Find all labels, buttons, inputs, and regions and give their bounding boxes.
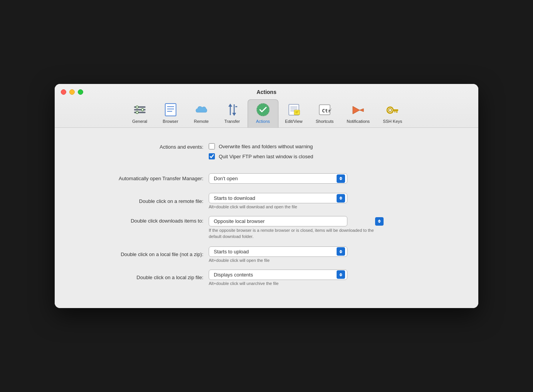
notifications-icon xyxy=(351,103,365,117)
downloads-to-select[interactable]: Opposite local browser Default download … xyxy=(209,216,347,226)
svg-rect-21 xyxy=(294,110,300,115)
transfer-manager-label: Automatically open Transfer Manager: xyxy=(78,176,209,181)
downloads-to-hint: If the opposite browser is a remote brow… xyxy=(209,228,386,240)
local-file-block: Double click on a local file (not a zip)… xyxy=(78,246,455,263)
editview-label: Edit/View xyxy=(285,119,303,124)
zip-file-select[interactable]: Displays contents Starts to upload Opens… xyxy=(209,270,347,280)
downloads-to-select-wrapper: Opposite local browser Default download … xyxy=(209,216,386,226)
checkboxes-group: Overwrite files and folders without warn… xyxy=(209,143,313,159)
toolbar-item-general[interactable]: General xyxy=(124,99,155,127)
quit-checkbox[interactable] xyxy=(209,153,215,159)
toolbar-item-editview[interactable]: Edit/View xyxy=(278,99,309,127)
minimize-button[interactable] xyxy=(69,89,75,95)
close-button[interactable] xyxy=(61,89,66,95)
svg-marker-11 xyxy=(228,104,232,107)
svg-point-3 xyxy=(136,106,138,108)
remote-icon xyxy=(194,103,208,117)
overwrite-checkbox[interactable] xyxy=(209,143,215,149)
editview-icon xyxy=(287,103,301,117)
actions-label: Actions xyxy=(256,119,270,124)
svg-rect-30 xyxy=(394,111,396,112)
zip-file-select-wrapper: Displays contents Starts to upload Opens… xyxy=(209,270,347,280)
svg-text:Ctrl: Ctrl xyxy=(322,108,332,114)
window-controls xyxy=(61,89,83,95)
actions-events-label: Actions and events: xyxy=(78,143,209,150)
shortcuts-icon: Ctrl xyxy=(318,103,332,117)
downloads-to-arrow xyxy=(375,217,384,226)
local-file-hint: Alt+double click will open the file xyxy=(209,258,347,263)
remote-file-block: Double click on a remote file: Starts to… xyxy=(78,193,455,209)
svg-rect-28 xyxy=(393,109,398,111)
toolbar-item-transfer[interactable]: Transfer xyxy=(217,99,248,127)
content-area: Actions and events: Overwrite files and … xyxy=(55,128,478,308)
svg-rect-29 xyxy=(396,111,397,113)
toolbar-item-actions[interactable]: Actions xyxy=(248,99,278,127)
local-file-select-wrapper: Starts to upload Opens the file Does not… xyxy=(209,246,347,257)
toolbar-item-remote[interactable]: Remote xyxy=(186,99,217,127)
transfer-manager-block: Automatically open Transfer Manager: Don… xyxy=(78,173,455,184)
downloads-to-block: Double click downloads items to: Opposit… xyxy=(78,216,455,240)
zip-file-hint: Alt+double click will unarchive the file xyxy=(209,281,347,286)
remote-file-select-wrapper: Starts to download Starts to upload Disp… xyxy=(209,193,347,203)
titlebar: Actions General xyxy=(55,84,478,128)
svg-marker-13 xyxy=(232,113,236,116)
zip-file-block: Double click on a local zip file: Displa… xyxy=(78,270,455,286)
downloads-to-label: Double click downloads items to: xyxy=(78,216,209,224)
sshkeys-icon xyxy=(386,103,399,117)
notifications-label: Notifications xyxy=(347,119,370,124)
sshkeys-label: SSH Keys xyxy=(383,119,402,124)
toolbar: General Browser xyxy=(121,99,413,127)
toolbar-item-browser[interactable]: Browser xyxy=(155,99,186,127)
main-window: Actions General xyxy=(55,84,478,308)
remote-file-select[interactable]: Starts to download Starts to upload Disp… xyxy=(209,193,347,203)
toolbar-item-sshkeys[interactable]: SSH Keys xyxy=(376,99,409,127)
zip-file-label: Double click on a local zip file: xyxy=(78,275,209,280)
svg-rect-6 xyxy=(165,104,176,116)
maximize-button[interactable] xyxy=(78,89,83,95)
checkbox-row-2: Quit Viper FTP when last window is close… xyxy=(209,153,313,159)
transfer-icon xyxy=(225,103,239,117)
actions-icon xyxy=(256,103,270,117)
remote-file-label: Double click on a remote file: xyxy=(78,198,209,204)
browser-label: Browser xyxy=(163,119,178,124)
transfer-manager-select-wrapper: Don't open Open minimized Open always xyxy=(209,173,347,184)
overwrite-label: Overwrite files and folders without warn… xyxy=(219,144,313,149)
quit-label: Quit Viper FTP when last window is close… xyxy=(219,154,313,159)
svg-point-27 xyxy=(389,109,392,112)
window-title: Actions xyxy=(256,89,276,95)
toolbar-item-notifications[interactable]: Notifications xyxy=(340,99,376,127)
local-file-select[interactable]: Starts to upload Opens the file Does not… xyxy=(209,246,347,257)
svg-point-26 xyxy=(387,107,393,113)
browser-icon xyxy=(164,103,178,117)
general-icon xyxy=(133,103,147,117)
transfer-manager-select[interactable]: Don't open Open minimized Open always xyxy=(209,173,347,184)
svg-point-5 xyxy=(136,111,138,114)
actions-events-section: Actions and events: Overwrite files and … xyxy=(78,143,455,159)
transfer-label: Transfer xyxy=(224,119,240,124)
local-file-label: Double click on a local file (not a zip)… xyxy=(78,251,209,257)
general-label: General xyxy=(132,119,147,124)
remote-label: Remote xyxy=(194,119,209,124)
shortcuts-label: Shortcuts xyxy=(316,119,334,124)
remote-file-hint: Alt+double click will download and open … xyxy=(209,204,347,209)
checkbox-row-1: Overwrite files and folders without warn… xyxy=(209,143,313,149)
svg-point-4 xyxy=(141,109,144,111)
toolbar-item-shortcuts[interactable]: Ctrl Shortcuts xyxy=(309,99,340,127)
